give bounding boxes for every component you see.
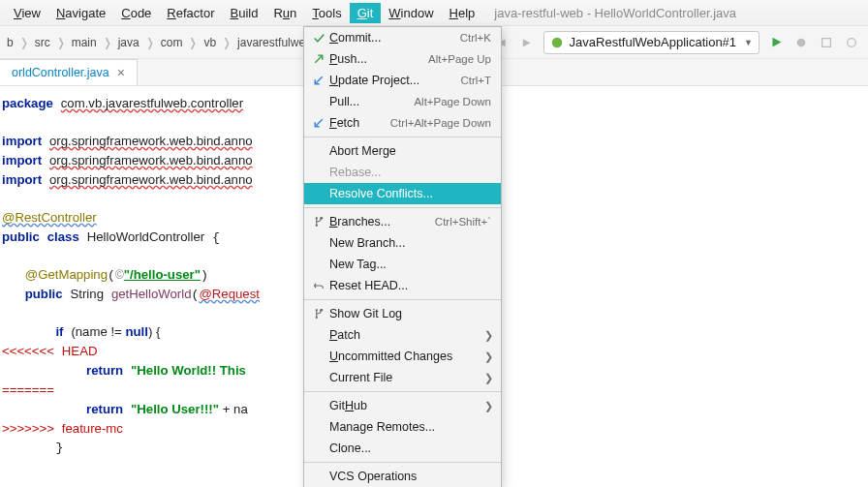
undo-icon: [310, 280, 327, 291]
chevron-right-icon: ❭: [219, 34, 234, 51]
menu-item-label: Rebase...: [329, 166, 491, 179]
menu-view[interactable]: View: [6, 3, 48, 23]
menu-item-label: Show Git Log: [329, 307, 491, 320]
git-menu-fetch[interactable]: FetchCtrl+Alt+Page Down: [304, 112, 501, 134]
svg-point-5: [316, 225, 318, 227]
arrow-sw-blue-icon: [310, 117, 327, 129]
git-menu-show-git-log[interactable]: Show Git Log: [304, 303, 501, 324]
chevron-down-icon: ▼: [744, 38, 753, 47]
git-menu-github[interactable]: GitHub❯: [304, 395, 501, 416]
menu-code[interactable]: Code: [113, 3, 159, 23]
svg-point-3: [848, 38, 856, 46]
svg-point-8: [316, 317, 318, 319]
spring-icon: [550, 36, 564, 49]
check-green-icon: [310, 32, 327, 45]
profile-button[interactable]: [841, 32, 862, 53]
profile-icon: [845, 36, 858, 49]
svg-point-7: [316, 309, 318, 311]
tab-label: orldController.java: [12, 66, 109, 79]
coverage-button[interactable]: [816, 32, 837, 53]
svg-point-9: [320, 309, 322, 311]
menu-tools[interactable]: Tools: [304, 3, 349, 23]
menu-refactor[interactable]: Refactor: [159, 3, 222, 23]
branch-icon: [310, 308, 327, 320]
menu-build[interactable]: Build: [223, 3, 266, 23]
menu-item-label: VCS Operations: [329, 470, 491, 483]
chevron-right-icon: ❯: [484, 329, 493, 342]
debug-button[interactable]: [790, 32, 812, 53]
menu-item-label: Branches...: [329, 215, 435, 228]
menu-item-label: New Tag...: [329, 258, 491, 271]
menu-window[interactable]: Window: [381, 3, 441, 23]
git-menu-abort-merge[interactable]: Abort Merge: [304, 140, 501, 162]
menu-item-label: Commit...: [329, 31, 460, 45]
menu-bar: ViewNavigateCodeRefactorBuildRunToolsGit…: [0, 0, 868, 26]
git-menu-vcs-operations[interactable]: VCS Operations: [304, 466, 501, 487]
editor-tab[interactable]: orldController.java ×: [0, 59, 138, 85]
svg-point-4: [316, 217, 318, 219]
git-menu-patch[interactable]: Patch❯: [304, 324, 501, 346]
git-menu-new-tag[interactable]: New Tag...: [304, 254, 501, 275]
chevron-right-icon: ❭: [142, 34, 158, 51]
git-menu-commit[interactable]: Commit...Ctrl+K: [304, 27, 501, 48]
menu-item-label: Fetch: [329, 116, 390, 130]
git-menu-push[interactable]: Push...Alt+Page Up: [304, 48, 501, 70]
run-button[interactable]: [765, 32, 787, 53]
shortcut-label: Ctrl+K: [460, 32, 491, 44]
arrow-ne-green-icon: [310, 53, 327, 65]
menu-item-label: GitHub: [329, 399, 491, 412]
menu-git[interactable]: Git: [350, 3, 382, 23]
shortcut-label: Ctrl+Alt+Page Down: [390, 117, 491, 129]
window-title: java-restful-web - HelloWorldController.…: [494, 6, 736, 20]
shortcut-label: Alt+Page Up: [428, 53, 491, 65]
chevron-right-icon: ❯: [484, 372, 493, 384]
menu-item-label: Resolve Conflicts...: [329, 187, 491, 200]
git-menu-branches[interactable]: Branches...Ctrl+Shift+`: [304, 211, 501, 232]
menu-navigate[interactable]: Navigate: [48, 3, 113, 23]
breadcrumb-seg[interactable]: b: [4, 34, 16, 51]
menu-item-label: Clone...: [329, 441, 491, 455]
chevron-right-icon: ❯: [484, 350, 493, 363]
menu-item-label: New Branch...: [329, 236, 491, 250]
git-menu-uncommitted-changes[interactable]: Uncommitted Changes❯: [304, 346, 501, 367]
menu-item-label: Update Project...: [329, 74, 460, 87]
git-menu-dropdown: Commit...Ctrl+KPush...Alt+Page UpUpdate …: [303, 26, 502, 487]
git-menu-resolve-conflicts[interactable]: Resolve Conflicts...: [304, 183, 501, 204]
branch-icon: [310, 216, 327, 228]
breadcrumb-seg[interactable]: com: [158, 34, 186, 51]
coverage-icon: [820, 36, 833, 49]
git-menu-clone[interactable]: Clone...: [304, 438, 501, 459]
breadcrumb-seg[interactable]: src: [32, 34, 53, 51]
close-icon[interactable]: ×: [117, 65, 125, 80]
svg-point-6: [320, 217, 322, 219]
menu-item-label: Manage Remotes...: [329, 420, 491, 434]
bug-icon: [794, 36, 808, 49]
menu-item-label: Abort Merge: [329, 144, 491, 158]
menu-item-label: Reset HEAD...: [329, 279, 491, 292]
git-menu-update-project[interactable]: Update Project...Ctrl+T: [304, 70, 501, 91]
git-menu-rebase: Rebase...: [304, 162, 501, 183]
menu-help[interactable]: Help: [442, 3, 483, 23]
git-menu-manage-remotes[interactable]: Manage Remotes...: [304, 416, 501, 438]
breadcrumb-seg[interactable]: java: [115, 34, 142, 51]
breadcrumb-seg[interactable]: main: [69, 34, 100, 51]
git-menu-reset-head[interactable]: Reset HEAD...: [304, 275, 501, 296]
git-menu-current-file[interactable]: Current File❯: [304, 367, 501, 388]
git-menu-new-branch[interactable]: New Branch...: [304, 232, 501, 254]
git-menu-pull[interactable]: Pull...Alt+Page Down: [304, 91, 501, 112]
run-configuration-dropdown[interactable]: JavaRestfulWebApplication#1 ▼: [543, 31, 760, 54]
next-button[interactable]: ►: [516, 32, 538, 53]
menu-item-label: Uncommitted Changes: [329, 350, 491, 363]
chevron-right-icon: ❭: [53, 34, 69, 51]
shortcut-label: Alt+Page Down: [414, 96, 491, 107]
menu-item-label: Current File: [329, 371, 491, 384]
arrow-sw-blue-icon: [310, 75, 327, 86]
svg-rect-2: [822, 38, 831, 46]
chevron-right-icon: ❯: [484, 400, 493, 412]
svg-point-1: [797, 38, 806, 46]
menu-item-label: Push...: [329, 52, 428, 66]
shortcut-label: Ctrl+T: [460, 75, 491, 86]
breadcrumb-seg[interactable]: vb: [201, 34, 219, 51]
breadcrumb[interactable]: b❭src❭main❭java❭com❭vb❭javarestfulweb❭co…: [4, 31, 352, 54]
menu-run[interactable]: Run: [265, 3, 304, 23]
